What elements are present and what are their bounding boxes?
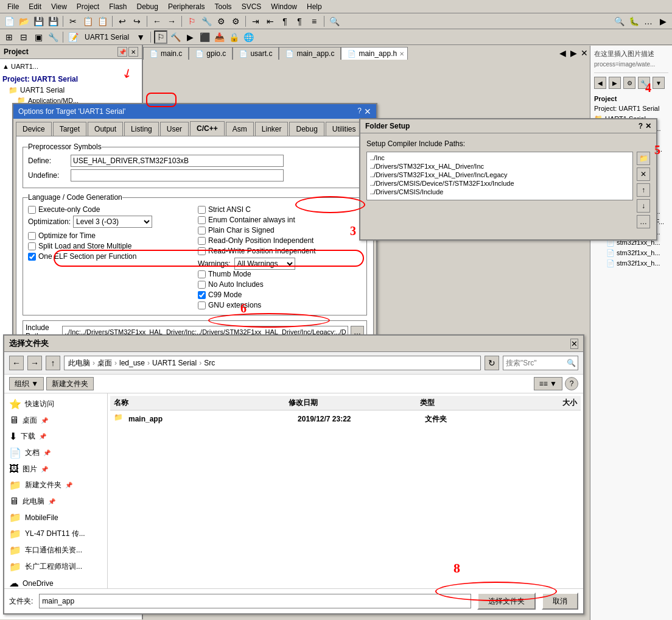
tab-scroll-right[interactable]: ▶ bbox=[568, 46, 579, 60]
tool3-btn[interactable]: ⚙ bbox=[229, 15, 242, 28]
c99-checkbox[interactable] bbox=[198, 291, 206, 299]
folder-new-btn[interactable]: 📁 bbox=[637, 152, 650, 165]
panel-close-btn[interactable]: ✕ bbox=[128, 47, 138, 57]
open-btn[interactable]: 📂 bbox=[17, 15, 30, 28]
tab-main-app-h[interactable]: 📄 main_app.h ✕ bbox=[341, 47, 408, 60]
t2-btn12[interactable]: 🌐 bbox=[242, 30, 255, 44]
path-item-2[interactable]: ../Drivers/STM32F1xx_HAL_Driver/Inc/Lega… bbox=[368, 171, 631, 179]
bc-desktop[interactable]: 桌面 bbox=[97, 358, 112, 368]
tab-debug[interactable]: Debug bbox=[289, 122, 324, 136]
t2-btn1[interactable]: ⊞ bbox=[2, 30, 16, 44]
no-auto-checkbox[interactable] bbox=[198, 281, 206, 289]
thumb-checkbox[interactable] bbox=[198, 270, 206, 278]
path-item-3[interactable]: ../Drivers/CMSIS/Device/ST/STM32F1xx/Inc… bbox=[368, 179, 631, 188]
t2-btn7[interactable]: 🔨 bbox=[169, 30, 182, 44]
ro-pos-checkbox[interactable] bbox=[198, 237, 206, 245]
rp-btn4[interactable]: 🔧 bbox=[638, 77, 650, 89]
define-input[interactable] bbox=[71, 155, 284, 167]
opt-select[interactable]: Level 3 (-O3) bbox=[73, 216, 152, 228]
bc-src[interactable]: Src bbox=[204, 359, 215, 367]
sidebar-documents[interactable]: 📄 文档 📌 bbox=[4, 445, 107, 461]
rp-btn2[interactable]: ▶ bbox=[609, 77, 621, 89]
menu-flash[interactable]: Flash bbox=[104, 1, 131, 12]
rp-btn3[interactable]: ⚙ bbox=[623, 77, 635, 89]
options-close-btn[interactable]: ✕ bbox=[364, 107, 371, 116]
t2-highlight[interactable]: ⚐ bbox=[154, 30, 167, 44]
menu-svcs[interactable]: SVCS bbox=[237, 1, 267, 12]
bookmark-btn[interactable]: ⚐ bbox=[185, 15, 198, 28]
tab-utilities[interactable]: Utilities bbox=[326, 122, 363, 136]
organize-btn[interactable]: 组织 ▼ bbox=[9, 377, 44, 390]
project-uart[interactable]: 📁 UART1 Serial bbox=[9, 85, 139, 96]
project-name[interactable]: Project: UART1 Serial bbox=[2, 74, 139, 85]
format-btn[interactable]: ¶ bbox=[278, 15, 292, 28]
new-folder-btn[interactable]: 新建文件夹 bbox=[46, 377, 94, 390]
plain-char-checkbox[interactable] bbox=[198, 227, 206, 234]
nav-back-btn[interactable]: ← bbox=[9, 356, 24, 370]
sidebar-downloads[interactable]: ⬇ 下载 📌 bbox=[4, 428, 107, 445]
back-btn[interactable]: ← bbox=[150, 15, 164, 28]
redo-btn[interactable]: ↪ bbox=[130, 15, 144, 28]
save-all-btn[interactable]: 💾 bbox=[46, 15, 60, 28]
tab-target[interactable]: Target bbox=[53, 122, 86, 136]
warnings-select[interactable]: All Warnings bbox=[234, 258, 295, 270]
bc-uart[interactable]: UART1 Serial bbox=[152, 359, 197, 367]
menu-window[interactable]: Window bbox=[266, 1, 302, 12]
t2-btn3[interactable]: ▣ bbox=[32, 30, 45, 44]
tab-usart-c[interactable]: 📄 usart.c bbox=[233, 47, 279, 60]
enum-checkbox[interactable] bbox=[198, 216, 206, 224]
paste-btn[interactable]: 📋 bbox=[96, 15, 109, 28]
save-btn[interactable]: 💾 bbox=[32, 15, 45, 28]
folder-close-btn[interactable]: ✕ bbox=[645, 122, 651, 130]
menu-view[interactable]: View bbox=[46, 1, 72, 12]
sidebar-mobile-file[interactable]: 📁 MobileFile bbox=[4, 509, 107, 526]
tab-close-main-app-h[interactable]: ✕ bbox=[399, 51, 404, 57]
tab-output[interactable]: Output bbox=[88, 122, 123, 136]
sidebar-onedrive[interactable]: ☁ OneDrive bbox=[4, 575, 107, 588]
tab-asm[interactable]: Asm bbox=[226, 122, 254, 136]
sidebar-desktop[interactable]: 🖥 桌面 📌 bbox=[4, 412, 107, 428]
file-item-0[interactable]: 📁 main_app 2019/12/7 23:22 文件夹 bbox=[110, 410, 581, 428]
nav-refresh-btn[interactable]: ↻ bbox=[485, 356, 499, 370]
t2-btn11[interactable]: 🔒 bbox=[227, 30, 240, 44]
rp-stm32-5[interactable]: 📄 stm32f1xx_h... bbox=[594, 259, 668, 267]
nav-up-btn[interactable]: ↑ bbox=[46, 356, 60, 370]
copy-btn[interactable]: 📋 bbox=[81, 15, 94, 28]
split-load-checkbox[interactable] bbox=[28, 242, 36, 250]
col-type[interactable]: 类型 bbox=[420, 398, 508, 408]
tab-main-c[interactable]: 📄 main.c bbox=[143, 47, 189, 60]
new-btn[interactable]: 📄 bbox=[2, 15, 16, 28]
sidebar-yl47[interactable]: 📁 YL-47 DHT11 传... bbox=[4, 526, 107, 542]
search-icon[interactable]: 🔍 bbox=[564, 356, 578, 370]
search-input[interactable] bbox=[503, 359, 564, 367]
sidebar-new-folder[interactable]: 📁 新建文件夹 📌 bbox=[4, 477, 107, 493]
exec-only-checkbox[interactable] bbox=[28, 206, 36, 214]
tool2-btn[interactable]: ⚙ bbox=[214, 15, 228, 28]
path-item-1[interactable]: ../Drivers/STM32F1xx_HAL_Driver/Inc bbox=[368, 162, 631, 171]
menu-debug[interactable]: Debug bbox=[132, 1, 163, 12]
options-help-icon[interactable]: ? bbox=[357, 107, 362, 116]
tab-user[interactable]: User bbox=[160, 122, 189, 136]
outdent-btn[interactable]: ⇤ bbox=[264, 15, 277, 28]
folder-down-btn[interactable]: ↓ bbox=[637, 199, 650, 213]
t2-btn8[interactable]: ▶ bbox=[183, 30, 197, 44]
path-item-0[interactable]: ../Inc bbox=[368, 153, 631, 162]
tab-listing[interactable]: Listing bbox=[124, 122, 159, 136]
more-btn[interactable]: … bbox=[642, 15, 655, 28]
file-cancel-btn[interactable]: 取消 bbox=[542, 593, 578, 610]
sidebar-quick-access[interactable]: ⭐ 快速访问 bbox=[4, 396, 107, 412]
menu-project[interactable]: Project bbox=[72, 1, 104, 12]
gnu-ext-checkbox[interactable] bbox=[198, 301, 206, 309]
tool1-btn[interactable]: 🔧 bbox=[200, 15, 213, 28]
right-btn[interactable]: ▶ bbox=[656, 15, 670, 28]
tab-close-all[interactable]: ✕ bbox=[579, 46, 590, 60]
t2-btn4[interactable]: 🔧 bbox=[46, 30, 60, 44]
folder-up-btn[interactable]: ↑ bbox=[637, 183, 650, 197]
indent-btn[interactable]: ⇥ bbox=[249, 15, 262, 28]
tab-cpp[interactable]: C/C++ bbox=[190, 121, 225, 136]
t2-btn10[interactable]: 📥 bbox=[212, 30, 226, 44]
file-select-btn[interactable]: 选择文件夹 bbox=[477, 593, 536, 610]
strict-ansi-checkbox[interactable] bbox=[198, 206, 206, 214]
col-size[interactable]: 大小 bbox=[507, 398, 577, 408]
tab-gpio-c[interactable]: 📄 gpio.c bbox=[189, 47, 233, 60]
